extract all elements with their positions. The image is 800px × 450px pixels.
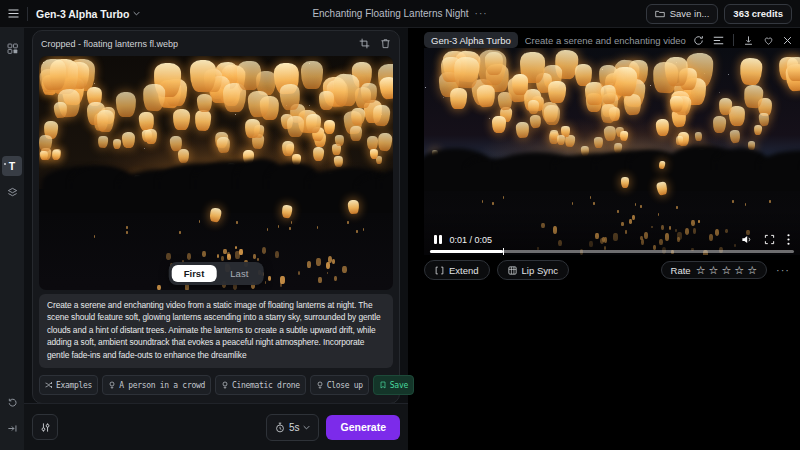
playback-time: 0:01 / 0:05 <box>450 235 493 245</box>
star-icon[interactable]: ☆ <box>696 265 706 276</box>
scene-art <box>621 177 629 188</box>
star-icon[interactable]: ☆ <box>734 265 744 276</box>
scene-art <box>557 135 565 145</box>
sidebar-item-assets[interactable] <box>2 38 22 58</box>
duration-value: 5s <box>289 422 300 433</box>
scene-art <box>223 249 226 254</box>
scene-art <box>380 76 393 99</box>
session-title-menu[interactable]: ··· <box>475 8 488 19</box>
keyframe-tab-first[interactable]: First <box>172 265 217 282</box>
sidebar-item-history[interactable] <box>2 393 22 413</box>
rate-label: Rate <box>671 265 691 276</box>
sidebar-item-layers[interactable] <box>2 182 22 202</box>
scene-art <box>313 147 325 162</box>
close-icon[interactable] <box>783 36 792 45</box>
duration-selector[interactable]: 5s <box>266 414 320 441</box>
scene-art <box>236 221 238 224</box>
video-playhead[interactable] <box>503 248 505 256</box>
scene-art <box>350 108 365 126</box>
download-icon[interactable] <box>743 35 754 46</box>
scene-art <box>676 135 684 144</box>
more-options-button[interactable]: ··· <box>776 264 790 276</box>
video-progress-bar[interactable] <box>430 250 794 253</box>
scene-art <box>157 285 161 290</box>
star-icon[interactable]: ☆ <box>747 265 757 276</box>
sidebar-item-text-tool[interactable]: T <box>2 156 22 176</box>
model-selector-label: Gen-3 Alpha Turbo <box>36 8 129 20</box>
scene-art <box>335 135 344 146</box>
scene-art <box>239 249 242 255</box>
scene-art <box>548 81 566 104</box>
output-header: Gen-3 Alpha Turbo Create a serene and en… <box>424 30 792 50</box>
scene-art <box>342 266 346 273</box>
rate-widget: Rate ☆☆☆☆☆ <box>661 261 767 279</box>
scene-art <box>376 156 383 164</box>
save-prompt-button[interactable]: Save <box>373 375 414 395</box>
scene-art <box>759 112 770 125</box>
player-controls: 0:01 / 0:05 <box>424 209 800 255</box>
scene-art <box>97 136 108 149</box>
details-list-icon[interactable] <box>713 36 724 45</box>
scene-art <box>126 231 128 234</box>
chip-label: A person in a crowd <box>119 381 205 390</box>
scene-art <box>593 202 595 205</box>
scene-art <box>619 131 628 141</box>
scene-art <box>530 115 542 129</box>
output-prompt-preview: Create a serene and enchanting video fro… <box>525 35 686 46</box>
lip-sync-icon <box>508 266 517 275</box>
keyframe-tab-last[interactable]: Last <box>218 265 260 282</box>
scene-art <box>713 116 727 133</box>
prompt-suggestions: Examples A person in a crowd Cinematic d… <box>39 375 393 395</box>
suggestion-chip-close-up[interactable]: Close up <box>310 375 369 395</box>
chip-label: Examples <box>56 381 92 390</box>
generate-button[interactable]: Generate <box>326 415 400 440</box>
chip-label: Cinematic drone <box>232 381 300 390</box>
extend-button[interactable]: Extend <box>424 260 490 280</box>
crop-icon[interactable] <box>359 38 370 49</box>
model-badge[interactable]: Gen-3 Alpha Turbo <box>424 32 518 48</box>
video-player[interactable]: 0:01 / 0:05 <box>424 48 800 255</box>
hamburger-icon[interactable] <box>8 9 19 18</box>
scene-art <box>769 200 771 203</box>
scene-art <box>367 136 378 150</box>
lip-sync-button[interactable]: Lip Sync <box>497 260 569 280</box>
scene-art <box>347 199 359 213</box>
video-progress-fill <box>430 250 503 253</box>
kebab-icon[interactable] <box>787 234 790 245</box>
pause-icon[interactable] <box>434 235 442 244</box>
scene-art <box>262 247 266 254</box>
save-in-button[interactable]: Save in... <box>646 4 719 24</box>
save-in-label: Save in... <box>670 8 710 19</box>
input-image-preview[interactable]: First Last <box>39 56 393 290</box>
session-title: Enchanting Floating Lanterns Night <box>312 8 468 19</box>
scene-art <box>301 61 323 89</box>
scene-art <box>544 105 560 125</box>
model-selector[interactable]: Gen-3 Alpha Turbo <box>36 8 140 20</box>
prompt-input[interactable]: Create a serene and enchanting video fro… <box>39 294 393 368</box>
trash-icon[interactable] <box>380 38 391 49</box>
settings-button[interactable] <box>32 414 58 440</box>
input-file-name: Cropped - floating lanterns fl.webp <box>41 39 178 49</box>
sidebar-collapse-button[interactable] <box>2 419 22 439</box>
suggestion-chip-cinematic-drone[interactable]: Cinematic drone <box>215 375 306 395</box>
credits-button[interactable]: 363 credits <box>724 4 792 24</box>
scene-art <box>356 230 358 233</box>
scene-art <box>377 133 392 152</box>
scene-art <box>604 125 617 141</box>
scene-art <box>350 125 362 140</box>
text-tool-icon: T <box>9 160 15 172</box>
volume-icon[interactable] <box>741 234 752 245</box>
star-icon[interactable]: ☆ <box>721 265 731 276</box>
scene-art <box>443 97 444 98</box>
examples-button[interactable]: Examples <box>39 375 98 395</box>
heart-icon[interactable] <box>763 35 774 46</box>
tool-sidebar: T <box>0 27 24 450</box>
scene-art <box>332 259 335 264</box>
scene-art <box>227 252 230 257</box>
reuse-settings-icon[interactable] <box>693 35 704 46</box>
scene-art <box>623 94 641 116</box>
fullscreen-icon[interactable] <box>764 234 775 245</box>
suggestion-chip-person-in-crowd[interactable]: A person in a crowd <box>102 375 211 395</box>
scene-art <box>594 137 603 148</box>
star-icon[interactable]: ☆ <box>709 265 719 276</box>
